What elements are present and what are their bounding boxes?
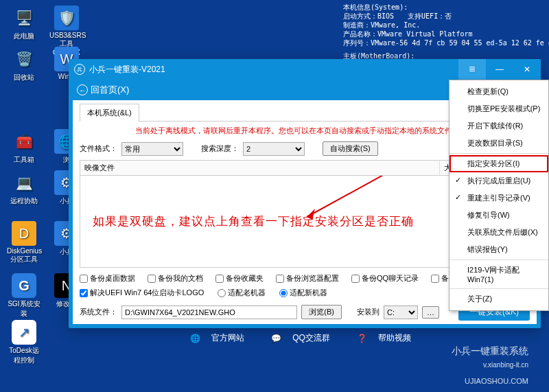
menu-specify-partition[interactable]: 指定安装分区(I) bbox=[449, 155, 548, 172]
menu-resume-dl[interactable]: 开启下载续传(R) bbox=[449, 117, 548, 135]
hamburger-menu-popup: 检查更新(Q) 切换至PE安装模式(P) 开启下载续传(R) 更改数据目录(S)… bbox=[449, 80, 549, 311]
chk-backup-browser[interactable]: 备份浏览器配置 bbox=[276, 273, 339, 284]
radio-new-machine[interactable]: 适配新机器 bbox=[279, 288, 327, 298]
menu-i219v[interactable]: I219-V网卡适配Win7(1) bbox=[449, 262, 548, 289]
chk-backup-desktop[interactable]: 备份桌面数据 bbox=[80, 273, 135, 284]
menu-pe-mode[interactable]: 切换至PE安装模式(P) bbox=[449, 100, 548, 117]
app-logo-icon: 兵 bbox=[74, 64, 85, 75]
chk-uefi-win7[interactable]: 解决UEFI Win7 64位启动卡LOGO bbox=[80, 288, 204, 298]
select-format[interactable]: 常用 bbox=[121, 142, 183, 156]
back-button[interactable]: ← 回首页(X) bbox=[77, 84, 129, 96]
check-icon: ✓ bbox=[455, 176, 461, 185]
auto-search-button[interactable]: 自动搜索(S) bbox=[323, 141, 378, 156]
chk-backup-qq[interactable]: 备份QQ聊天记录 bbox=[351, 273, 419, 284]
desktop-icon-todesk[interactable]: ↗ToDesk远程控制 bbox=[7, 320, 41, 365]
hamburger-menu-button[interactable]: ≡ bbox=[458, 59, 486, 80]
menu-assoc-ext[interactable]: 关联系统文件后缀(X) bbox=[449, 224, 548, 241]
link-help[interactable]: ❓ 帮助视频 bbox=[357, 332, 419, 344]
browse-button[interactable]: 浏览(B) bbox=[301, 305, 342, 319]
back-arrow-icon: ← bbox=[77, 84, 88, 95]
menu-reboot-after[interactable]: ✓执行完成后重启(U) bbox=[449, 172, 548, 189]
desktop-icon-toolbox[interactable]: 🧰工具箱 bbox=[7, 129, 41, 165]
link-qqgroup[interactable]: 💬 QQ交流群 bbox=[271, 332, 338, 344]
tab-local-system[interactable]: 本机系统(&L) bbox=[80, 104, 139, 122]
lbl-format: 文件格式： bbox=[80, 143, 117, 154]
chk-backup-fav[interactable]: 备份收藏夹 bbox=[215, 273, 264, 284]
watermark-url2: UJIAOSHOU.COM bbox=[465, 377, 528, 385]
titlebar[interactable]: 兵 小兵一键重装-V2021 ≡ — ✕ bbox=[69, 59, 541, 80]
menu-check-update[interactable]: 检查更新(Q) bbox=[449, 83, 548, 100]
minimize-button[interactable]: — bbox=[486, 59, 513, 80]
link-website[interactable]: 🌐 官方网站 bbox=[190, 332, 253, 344]
desktop-icon-remote[interactable]: 💻远程协助 bbox=[7, 170, 41, 206]
menu-fix-boot[interactable]: 修复引导(W) bbox=[449, 207, 548, 224]
watermark-brand: 小兵一键重装系统 bbox=[452, 345, 528, 358]
menu-error-report[interactable]: 错误报告(Y) bbox=[449, 241, 548, 260]
sysfile-input[interactable] bbox=[121, 305, 297, 319]
lbl-sysfile: 系统文件： bbox=[80, 307, 117, 317]
drive-more-button[interactable]: … bbox=[422, 306, 439, 319]
lbl-depth: 搜索深度： bbox=[201, 143, 239, 154]
menu-about[interactable]: 关于(Z) bbox=[449, 290, 548, 308]
close-button[interactable]: ✕ bbox=[513, 59, 541, 80]
desktop-icon-sgi[interactable]: GSGI系统安装 bbox=[7, 273, 41, 319]
check-icon: ✓ bbox=[455, 193, 461, 202]
lbl-installto: 安装到 bbox=[357, 307, 379, 317]
chk-backup-docs[interactable]: 备份我的文档 bbox=[148, 273, 203, 284]
watermark-url1: v.xianbing-it.cn bbox=[483, 361, 528, 369]
desktop-icon-diskgenius[interactable]: DDiskGenius分区工具 bbox=[7, 221, 41, 264]
menu-rebuild-mbr[interactable]: ✓重建主引导记录(V) bbox=[449, 189, 548, 207]
menu-change-data-dir[interactable]: 更改数据目录(S) bbox=[449, 135, 548, 154]
overlay-hint: 如果是双硬盘，建议点上角查看一下指定安装分区是否正确 bbox=[93, 214, 414, 229]
app-title: 小兵一键重装-V2021 bbox=[89, 64, 165, 76]
desktop-icon-thispc[interactable]: 🖥️此电脑 bbox=[7, 5, 41, 41]
select-depth[interactable]: 2 bbox=[243, 142, 305, 156]
select-drive[interactable]: C: bbox=[384, 305, 418, 319]
desktop-icon-recycle[interactable]: 🗑️回收站 bbox=[7, 47, 41, 82]
radio-old-machine[interactable]: 适配老机器 bbox=[218, 288, 266, 298]
